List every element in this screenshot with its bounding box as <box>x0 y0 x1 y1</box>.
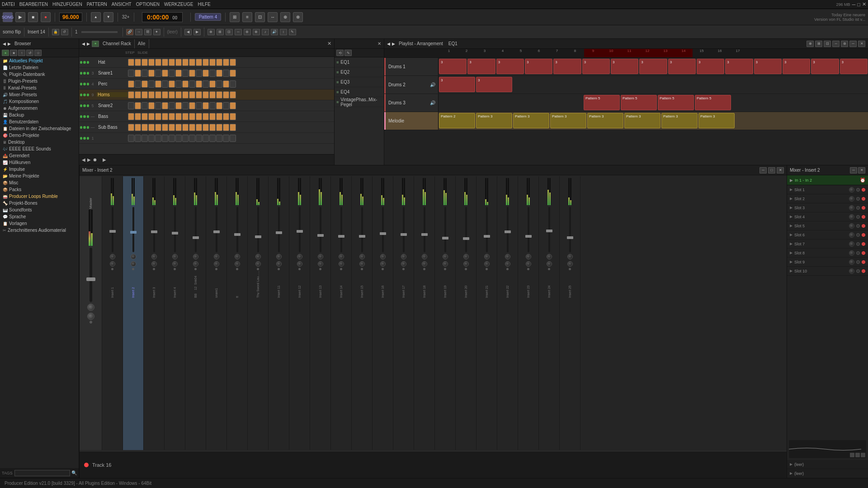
menu-item-bearbeiten[interactable]: BEARBEITEN <box>19 2 48 7</box>
knob-vol-16[interactable] <box>443 261 448 267</box>
playlist-back[interactable]: ◀ <box>387 42 390 46</box>
slot-7[interactable]: ▶ Slot 7 <box>787 239 868 249</box>
eq-mini-btn-2[interactable] <box>855 453 860 457</box>
track-content-melodie[interactable]: Pattern 2 Pattern 3 Pattern 3 Pattern 3 … <box>439 112 868 130</box>
sidebar-item-soundfonts[interactable]: 🎹 Soundfonts <box>0 206 79 213</box>
sidebar-item-bones[interactable]: 🦴 Projekt-Bones <box>0 200 79 206</box>
eq-close[interactable]: ✕ <box>377 41 381 46</box>
fader-handle-11[interactable] <box>338 235 344 238</box>
pattern-block[interactable]: Pattern 3 <box>698 113 735 128</box>
slot-dot-1[interactable] <box>856 188 860 192</box>
toolbar-icon-5[interactable]: ⊕ <box>280 12 290 22</box>
knob-pan-1[interactable] <box>131 254 136 259</box>
step-p2[interactable] <box>142 80 148 88</box>
knob-vol-8[interactable] <box>276 261 282 267</box>
step-5[interactable] <box>162 59 168 66</box>
step-b5[interactable] <box>162 113 168 120</box>
step-sn15[interactable] <box>230 102 236 109</box>
step-r82[interactable] <box>142 135 148 142</box>
eq-item-4[interactable]: ≡ EQ4 <box>335 87 384 97</box>
step-9[interactable] <box>189 59 195 66</box>
pattern-block[interactable]: 3 <box>582 59 610 74</box>
step-r89[interactable] <box>189 135 195 142</box>
pattern-block[interactable]: 3 <box>439 59 467 74</box>
playlist-minimize[interactable]: ─ <box>849 41 857 47</box>
knob-vol-19[interactable] <box>505 261 510 267</box>
tool-stamp[interactable]: ✦ <box>153 29 160 35</box>
menu-item-werkzeuge[interactable]: WERKZEUGE <box>164 2 193 7</box>
step-h15[interactable] <box>230 91 236 99</box>
slot-1[interactable]: ▶ Slot 1 <box>787 185 868 194</box>
sidebar-item-aufgen[interactable]: ⏺ Aufgenommen <box>0 105 79 112</box>
pattern-block[interactable]: Pattern 3 <box>624 113 660 128</box>
slot-10[interactable]: ▶ Slot 10 <box>787 267 868 276</box>
knob-pan-14[interactable] <box>401 254 406 259</box>
knob-vol-12[interactable] <box>359 261 365 267</box>
slot-dot-active-8[interactable] <box>862 251 865 255</box>
step-sb1[interactable] <box>135 124 141 131</box>
eq-tool-1[interactable]: ⟲ <box>336 50 344 56</box>
sidebar-item-plugin-db[interactable]: 🔌 Plugin-Datenbank <box>0 71 79 78</box>
step-r80[interactable] <box>128 135 134 142</box>
knob-pan-2[interactable] <box>151 254 157 259</box>
slot-dot-active-5[interactable] <box>862 224 865 228</box>
step-b4[interactable] <box>155 113 161 120</box>
step-12[interactable] <box>209 59 216 66</box>
pattern-block[interactable]: 3 <box>611 59 638 74</box>
eq-item-5[interactable]: ≡ VintagePhas..Mix-Pegel <box>335 97 384 107</box>
step-h6[interactable] <box>169 91 175 99</box>
step-s13[interactable] <box>216 70 222 77</box>
mixer-tool-2[interactable]: □ <box>768 167 775 174</box>
pattern-block[interactable]: 3 <box>811 59 839 74</box>
track-content-drums3[interactable]: Pattern 5 Pattern 5 Pattern 5 Pattern 5 <box>439 94 868 112</box>
fader-handle-0[interactable] <box>109 230 116 233</box>
send-slot-2[interactable]: ▶ (leer) <box>787 469 868 478</box>
step-8[interactable] <box>182 59 189 66</box>
step-r88[interactable] <box>182 135 189 142</box>
channel-rack-close[interactable]: ✕ <box>327 41 331 47</box>
step-sn1[interactable] <box>135 102 141 109</box>
breit-arrow-right[interactable]: ▶ <box>103 157 106 162</box>
slot-dot-3[interactable] <box>856 206 860 210</box>
knob-vol-4[interactable] <box>193 261 198 267</box>
slot-knob-9[interactable] <box>849 259 854 265</box>
pitch-up[interactable]: ▲ <box>91 12 101 22</box>
knob-vol-2[interactable] <box>151 261 157 267</box>
sidebar-star-btn[interactable]: ☆ <box>34 50 42 56</box>
tool-prev[interactable]: ◀ <box>184 29 192 35</box>
more-tools-7[interactable]: ♪ <box>262 29 269 35</box>
step-sn8[interactable] <box>182 102 189 109</box>
pattern-block[interactable]: 3 <box>840 59 868 74</box>
step-h7[interactable] <box>175 91 182 99</box>
sidebar-item-benutzer[interactable]: 👤 Benutzerdaten <box>0 118 79 125</box>
pattern-block[interactable]: Pattern 5 <box>621 95 657 110</box>
slot-dot-8[interactable] <box>856 251 860 255</box>
fader-handle-14[interactable] <box>401 233 407 236</box>
slot-9[interactable]: ▶ Slot 9 <box>787 258 868 267</box>
step-sn5[interactable] <box>162 102 168 109</box>
fader-handle-21[interactable] <box>546 230 552 232</box>
fader-handle-1[interactable] <box>130 231 137 234</box>
sidebar-item-zwischen[interactable]: 📋 Dateien in der Zwischenablage <box>0 125 79 132</box>
mixer-close[interactable]: ✕ <box>777 167 784 174</box>
knob-pan-15[interactable] <box>422 254 427 259</box>
sidebar-item-eeee[interactable]: 🎶 EEEE EEEE Sounds <box>0 145 79 152</box>
knob-vol-5[interactable] <box>214 261 219 267</box>
lock-btn[interactable]: 🔒 <box>52 29 59 35</box>
step-p5[interactable] <box>162 80 168 88</box>
slot-dot-7[interactable] <box>856 242 860 246</box>
track-label-drums2[interactable]: Drums 2 🔊 <box>384 76 439 94</box>
knob-pan-12[interactable] <box>359 254 365 259</box>
eq-item-1[interactable]: ≡ EQ1 <box>335 57 384 67</box>
fader-handle-4[interactable] <box>193 236 199 239</box>
pattern-block[interactable]: Pattern 5 <box>658 95 694 110</box>
step-r811[interactable] <box>203 135 209 142</box>
track-label-drums1[interactable]: Drums 1 <box>384 58 439 75</box>
step-7[interactable] <box>175 59 182 66</box>
knob-vol-11[interactable] <box>339 261 344 267</box>
knob-pan-18[interactable] <box>484 254 490 259</box>
eq-tool-2[interactable]: ✎ <box>344 50 352 56</box>
more-tools-6[interactable]: ⊗ <box>253 29 260 35</box>
knob-vol-0[interactable] <box>110 261 115 267</box>
channel-rack-filter[interactable]: Alle <box>138 41 146 46</box>
